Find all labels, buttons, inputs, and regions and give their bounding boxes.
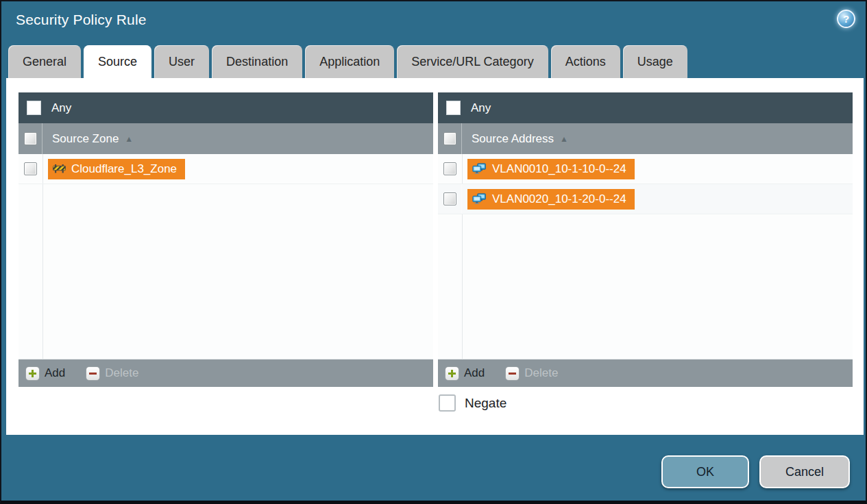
source-zone-list: Cloudflare_L3_Zone — [19, 154, 433, 360]
source-zone-add-button[interactable]: Add — [25, 366, 65, 381]
address-chip[interactable]: VLAN0020_10-1-20-0--24 — [467, 189, 635, 210]
source-zone-any-checkbox[interactable] — [27, 101, 41, 115]
sort-ascending-icon: ▲ — [125, 134, 133, 144]
zone-chip[interactable]: Cloudflare_L3_Zone — [48, 159, 185, 179]
cancel-button[interactable]: Cancel — [759, 455, 850, 488]
source-address-header-label: Source Address — [472, 132, 554, 146]
add-button-label: Add — [464, 366, 485, 380]
source-address-any-row: Any — [438, 92, 853, 123]
zone-barricade-icon — [53, 164, 66, 174]
source-address-any-checkbox[interactable] — [446, 101, 461, 115]
source-zone-row-checkbox[interactable] — [24, 162, 37, 175]
tab-general[interactable]: General — [8, 45, 81, 78]
negate-checkbox[interactable] — [439, 394, 456, 412]
tab-destination[interactable]: Destination — [212, 45, 302, 78]
source-address-add-button[interactable]: Add — [445, 366, 485, 381]
network-hosts-icon — [472, 193, 487, 205]
tab-service-url-category[interactable]: Service/URL Category — [397, 45, 548, 78]
title-bar: Security Policy Rule ? — [1, 1, 866, 44]
tab-actions[interactable]: Actions — [551, 45, 620, 78]
delete-button-label: Delete — [105, 366, 138, 380]
network-hosts-icon — [472, 163, 487, 175]
ok-button[interactable]: OK — [661, 455, 749, 488]
source-zone-header-label: Source Zone — [52, 132, 119, 146]
dialog-title: Security Policy Rule — [16, 12, 147, 28]
sort-ascending-icon: ▲ — [560, 134, 568, 144]
source-zone-panel: Any Source Zone ▲ Clou — [19, 92, 433, 387]
source-zone-select-all-checkbox[interactable] — [24, 132, 37, 145]
help-icon[interactable]: ? — [837, 10, 855, 28]
source-address-row-checkbox-2[interactable] — [443, 192, 456, 205]
zone-chip-label: Cloudflare_L3_Zone — [71, 162, 177, 176]
source-address-delete-button[interactable]: Delete — [505, 366, 558, 381]
source-zone-row[interactable]: Cloudflare_L3_Zone — [19, 154, 433, 184]
source-address-footer: Add Delete — [438, 360, 853, 387]
source-address-column-header[interactable]: Source Address ▲ — [438, 123, 853, 154]
negate-option: Negate — [439, 394, 506, 412]
source-address-list: VLAN0010_10-1-10-0--24 — [438, 154, 853, 360]
source-tab-content: Any Source Zone ▲ Clou — [6, 78, 864, 435]
delete-minus-icon — [505, 366, 520, 381]
source-address-any-label: Any — [471, 101, 491, 115]
add-button-label: Add — [45, 366, 65, 380]
source-zone-any-label: Any — [51, 101, 71, 115]
source-address-row-checkbox-1[interactable] — [443, 162, 456, 175]
negate-label: Negate — [465, 396, 506, 411]
source-address-panel: Any Source Address ▲ — [438, 92, 853, 387]
address-chip[interactable]: VLAN0010_10-1-10-0--24 — [467, 159, 635, 179]
source-address-row[interactable]: VLAN0020_10-1-20-0--24 — [438, 184, 853, 214]
source-address-select-all-checkbox[interactable] — [443, 132, 456, 145]
source-address-select-all-cell — [438, 123, 462, 154]
add-plus-icon — [445, 366, 459, 381]
security-policy-rule-dialog: { "window": { "title": "Security Policy … — [0, 0, 867, 504]
source-zone-delete-button[interactable]: Delete — [86, 366, 138, 381]
tab-bar: General Source User Destination Applicat… — [8, 45, 687, 80]
row-checkbox-cell — [438, 154, 462, 184]
tab-usage[interactable]: Usage — [623, 45, 687, 78]
source-zone-any-row: Any — [19, 92, 433, 123]
delete-button-label: Delete — [524, 366, 558, 380]
source-zone-column-header[interactable]: Source Zone ▲ — [19, 123, 433, 154]
tab-user[interactable]: User — [154, 45, 209, 78]
source-address-row[interactable]: VLAN0010_10-1-10-0--24 — [438, 154, 853, 184]
source-zone-select-all-cell — [19, 123, 42, 154]
address-chip-label: VLAN0010_10-1-10-0--24 — [492, 162, 626, 176]
row-checkbox-cell — [19, 154, 42, 184]
tab-application[interactable]: Application — [305, 45, 394, 78]
add-plus-icon — [25, 366, 40, 381]
row-checkbox-cell — [438, 184, 462, 214]
address-chip-label: VLAN0020_10-1-20-0--24 — [492, 192, 626, 206]
source-zone-footer: Add Delete — [19, 360, 433, 387]
tab-source[interactable]: Source — [84, 45, 151, 80]
delete-minus-icon — [86, 366, 100, 381]
checkbox-column-divider — [42, 154, 43, 359]
